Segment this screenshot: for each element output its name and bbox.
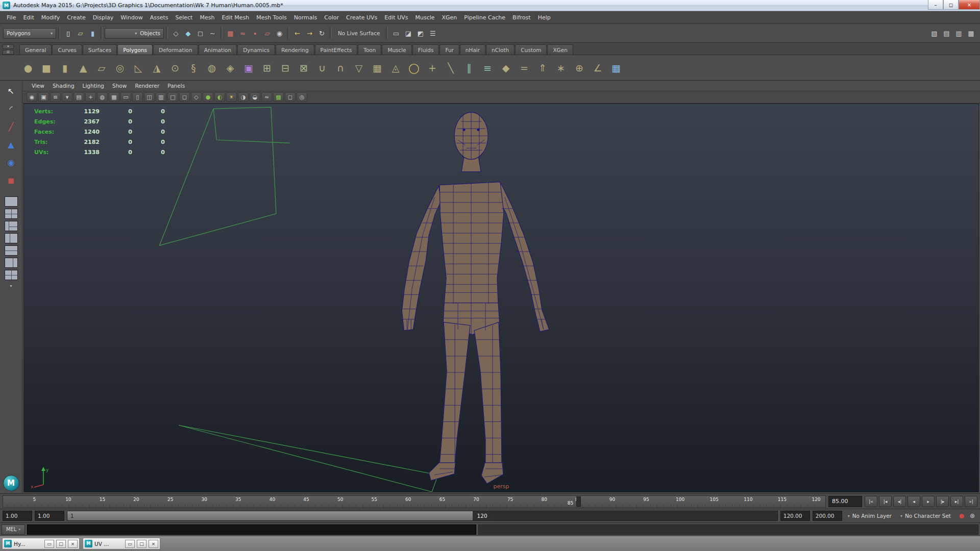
step-back-key-button[interactable]: ◂| xyxy=(893,496,906,507)
menu-item[interactable]: Create xyxy=(63,12,89,23)
current-frame-marker[interactable]: 85 xyxy=(576,496,581,507)
shelf-tab[interactable]: Animation xyxy=(199,44,237,55)
camera-attributes-icon[interactable]: ≡ xyxy=(50,92,61,102)
shelf-tab[interactable]: Curves xyxy=(52,44,82,55)
shelf-tab[interactable]: Polygons xyxy=(117,44,153,55)
menu-item[interactable]: Pipeline Cache xyxy=(460,12,509,23)
poly-pipe-icon[interactable]: ⊙ xyxy=(166,58,184,78)
panel-menu-item[interactable]: Lighting xyxy=(79,81,108,90)
snap-to-point-icon[interactable]: ∙ xyxy=(249,28,261,39)
extrude-icon[interactable]: ⇑ xyxy=(534,58,551,78)
animation-start-field[interactable]: 1.00 xyxy=(3,511,32,521)
combine-icon[interactable]: ⊞ xyxy=(258,58,276,78)
construction-history-icon[interactable]: ↻ xyxy=(316,28,328,39)
viewport-canvas[interactable]: Verts: 1129 0 0 Edges: 2367 0 0 xyxy=(23,104,979,492)
textured-display-icon[interactable]: ◐ xyxy=(214,92,225,102)
menu-item[interactable]: Muscle xyxy=(411,12,438,23)
menu-item[interactable]: Display xyxy=(89,12,117,23)
play-forwards-button[interactable]: ▸ xyxy=(922,496,935,507)
target-weld-icon[interactable]: ⊕ xyxy=(571,58,588,78)
oversampling-icon[interactable]: ◍ xyxy=(97,92,108,102)
command-input[interactable] xyxy=(27,524,476,535)
multisample-aa-icon[interactable]: ▩ xyxy=(273,92,284,102)
attribute-editor-toggle-icon[interactable]: ▤ xyxy=(941,28,952,39)
bookmarks-icon[interactable]: ▾ xyxy=(62,92,72,102)
shaded-display-icon[interactable]: ● xyxy=(203,92,213,102)
command-results[interactable] xyxy=(478,524,978,535)
field-chart-icon[interactable]: ▥ xyxy=(156,92,166,102)
render-settings-icon[interactable]: ☰ xyxy=(427,28,438,39)
quadrangulate-icon[interactable]: ▦ xyxy=(369,58,386,78)
poly-cone-icon[interactable]: ▲ xyxy=(75,58,92,78)
menu-item[interactable]: Mesh Tools xyxy=(253,12,290,23)
shadows-icon[interactable]: ◑ xyxy=(238,92,249,102)
animation-preferences-icon[interactable]: ⊛ xyxy=(967,511,977,521)
menu-item[interactable]: Mesh xyxy=(196,12,218,23)
menu-item[interactable]: Bifrost xyxy=(509,12,534,23)
menu-item[interactable]: Edit UVs xyxy=(381,12,411,23)
snap-to-curve-icon[interactable]: ≈ xyxy=(237,28,249,39)
grid-display-icon[interactable]: ▦ xyxy=(109,92,119,102)
poly-cylinder-icon[interactable]: ▮ xyxy=(56,58,74,78)
layout-menu-chevron-icon[interactable]: ▾ xyxy=(10,284,12,288)
character-set-selector[interactable]: ▾ No Character Set xyxy=(897,513,954,519)
shelf-tab[interactable]: Toon xyxy=(358,44,381,55)
safe-action-icon[interactable]: □ xyxy=(167,92,178,102)
select-tool[interactable]: ↖ xyxy=(4,83,19,98)
shelf-tab-selector-icon[interactable]: ▾ xyxy=(3,44,14,49)
insert-edge-loop-icon[interactable]: ∥ xyxy=(460,58,478,78)
uv-editor-icon[interactable]: ▦ xyxy=(607,58,625,78)
shelf-tab[interactable]: Deformation xyxy=(153,44,198,55)
motion-blur-icon[interactable]: ≈ xyxy=(261,92,272,102)
modeling-toolkit-toggle-icon[interactable]: ▧ xyxy=(928,28,940,39)
film-gate-icon[interactable]: ▭ xyxy=(120,92,131,102)
shelf-tab[interactable]: XGen xyxy=(547,44,573,55)
close-button[interactable]: × xyxy=(959,0,980,10)
make-live-icon[interactable]: ◉ xyxy=(274,28,285,39)
interactive-creation-icon[interactable]: ▣ xyxy=(240,58,257,78)
restore-window-button[interactable]: ▭ xyxy=(125,540,135,548)
poly-plane-icon[interactable]: ▱ xyxy=(93,58,110,78)
snap-to-view-plane-icon[interactable]: ▱ xyxy=(261,28,273,39)
poly-helix-icon[interactable]: § xyxy=(185,58,202,78)
image-plane-icon[interactable]: ▤ xyxy=(74,92,84,102)
shelf-tab[interactable]: Custom xyxy=(515,44,547,55)
range-end-handle[interactable]: 120 xyxy=(473,511,492,520)
maximize-button[interactable]: ◻ xyxy=(943,0,959,10)
tool-settings-toggle-icon[interactable]: ▥ xyxy=(953,28,965,39)
shelf-tab[interactable]: Fluids xyxy=(412,44,439,55)
two-d-pan-zoom-icon[interactable]: + xyxy=(85,92,96,102)
menu-item[interactable]: Create UVs xyxy=(342,12,381,23)
menu-item[interactable]: Modify xyxy=(38,12,63,23)
minimize-button[interactable]: – xyxy=(928,0,943,10)
menu-item[interactable]: File xyxy=(3,12,19,23)
save-scene-icon[interactable]: ▮ xyxy=(87,28,99,39)
lasso-tool[interactable]: ◜ xyxy=(4,101,19,116)
menu-item[interactable]: Color xyxy=(321,12,342,23)
playback-end-field[interactable]: 120.00 xyxy=(780,511,810,521)
playback-start-field[interactable]: 1.00 xyxy=(35,511,64,521)
menu-item[interactable]: Select xyxy=(172,12,196,23)
menu-item[interactable]: Assets xyxy=(146,12,172,23)
poly-pyramid-icon[interactable]: ◮ xyxy=(148,58,165,78)
bridge-icon[interactable]: = xyxy=(516,58,533,78)
shelf-tab[interactable]: Muscle xyxy=(382,44,411,55)
play-backwards-button[interactable]: ◂ xyxy=(908,496,920,507)
append-to-polygon-icon[interactable]: + xyxy=(424,58,441,78)
rotate-tool[interactable]: ◉ xyxy=(4,155,19,170)
shelf-tab[interactable]: PaintEffects xyxy=(315,44,358,55)
separate-icon[interactable]: ⊟ xyxy=(277,58,294,78)
open-scene-icon[interactable]: ▱ xyxy=(75,28,86,39)
range-slider-bar[interactable]: 1 120 xyxy=(67,511,492,520)
shelf-tab[interactable]: Surfaces xyxy=(83,44,117,55)
shelf-tab[interactable]: Rendering xyxy=(276,44,314,55)
poly-cube-icon[interactable]: ■ xyxy=(38,58,55,78)
panel-menu-item[interactable]: Show xyxy=(108,81,131,90)
new-scene-icon[interactable]: ▯ xyxy=(62,28,74,39)
window-titlebar[interactable]: M Autodesk Maya 2015: G:\Projects\3D Gra… xyxy=(0,0,980,11)
select-camera-icon[interactable]: ◉ xyxy=(27,92,37,102)
crease-tool-icon[interactable]: ∠ xyxy=(589,58,606,78)
select-by-hierarchy-icon[interactable]: ◇ xyxy=(170,28,182,39)
extract-icon[interactable]: ⊠ xyxy=(295,58,312,78)
restore-window-button[interactable]: ▭ xyxy=(44,540,54,548)
